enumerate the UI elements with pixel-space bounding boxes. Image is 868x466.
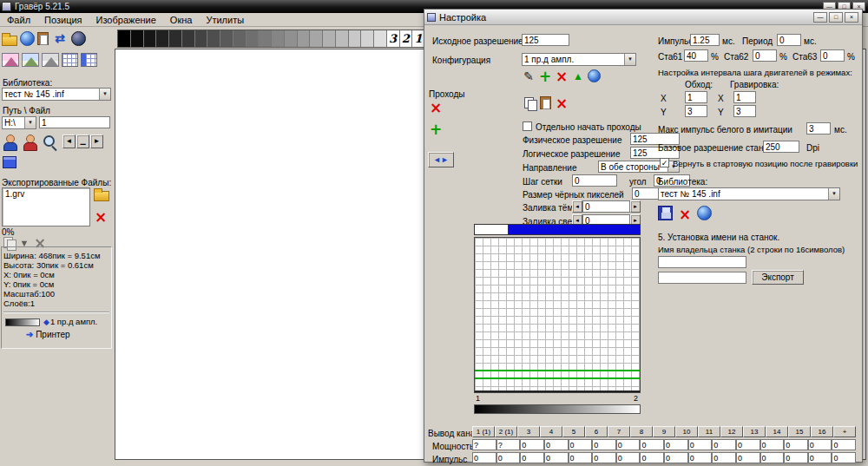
- power-field[interactable]: [712, 439, 736, 450]
- paste-icon[interactable]: [37, 32, 49, 45]
- channel-button[interactable]: 2 (1): [495, 426, 517, 437]
- image-pink-icon[interactable]: [2, 53, 19, 67]
- export-button[interactable]: Экспорт: [752, 270, 804, 285]
- channel-button[interactable]: 7: [608, 426, 630, 437]
- pulse-field[interactable]: [664, 452, 688, 463]
- add-pass-icon[interactable]: [429, 122, 443, 136]
- menu-item[interactable]: Позиция: [37, 14, 89, 26]
- pulse-field[interactable]: [640, 452, 664, 463]
- open-folder-icon[interactable]: [2, 36, 17, 46]
- channel-button[interactable]: +: [833, 426, 856, 437]
- owner-name-field-2[interactable]: [658, 272, 746, 284]
- sta62-field[interactable]: [753, 49, 777, 62]
- engraving-grid-preview[interactable]: [474, 237, 641, 393]
- dark-fill-decrement[interactable]: ◄: [572, 200, 582, 213]
- pulse-field[interactable]: [690, 34, 720, 46]
- window-blue-icon[interactable]: [3, 156, 16, 168]
- power-field[interactable]: [808, 439, 832, 450]
- globe-icon[interactable]: [588, 69, 601, 82]
- channel-button[interactable]: 1 (1): [472, 426, 495, 437]
- chevron-down-icon[interactable]: ▼: [828, 188, 839, 200]
- power-field[interactable]: [640, 439, 664, 450]
- pulse-field[interactable]: [520, 452, 544, 463]
- channel-button[interactable]: 4: [540, 426, 562, 437]
- person-red-icon[interactable]: [22, 134, 39, 151]
- dialog-titlebar[interactable]: Настройка — □ ×: [424, 10, 862, 25]
- image-blue-icon[interactable]: [22, 53, 39, 67]
- channel-button[interactable]: 10: [675, 426, 698, 437]
- globe-icon[interactable]: [20, 31, 35, 46]
- power-field[interactable]: [688, 439, 713, 450]
- channel-button[interactable]: 9: [653, 426, 675, 437]
- channel-button[interactable]: 14: [766, 426, 788, 437]
- power-field[interactable]: [760, 439, 785, 450]
- pulse-field[interactable]: [832, 452, 856, 463]
- copy-pass-icon[interactable]: [523, 96, 536, 110]
- power-field[interactable]: [520, 439, 544, 450]
- delete-pass-icon[interactable]: [429, 101, 443, 115]
- separate-passes-checkbox[interactable]: [523, 121, 532, 131]
- pulse-field[interactable]: [544, 452, 569, 463]
- library-dropdown[interactable]: тест № 145 .inf ▼: [2, 88, 111, 101]
- power-field[interactable]: [592, 439, 616, 450]
- power-field[interactable]: [472, 439, 496, 450]
- grid-step-field[interactable]: [572, 174, 617, 187]
- x-engraving-field[interactable]: [733, 91, 756, 103]
- channel-button[interactable]: 16: [811, 426, 833, 437]
- channel-button[interactable]: 15: [788, 426, 811, 437]
- power-field[interactable]: [736, 439, 760, 450]
- channel-button[interactable]: 13: [743, 426, 766, 437]
- stop-button[interactable]: ▁: [76, 135, 89, 148]
- chevron-down-icon[interactable]: ▼: [24, 117, 36, 128]
- globe-dark-icon[interactable]: [71, 31, 86, 46]
- rotate-icon[interactable]: [51, 30, 69, 47]
- power-field[interactable]: [496, 439, 521, 450]
- menu-item[interactable]: Окна: [163, 14, 200, 26]
- person-blue-icon[interactable]: [2, 134, 19, 151]
- grid-blue-icon[interactable]: [81, 53, 97, 67]
- file-name-field[interactable]: [39, 116, 110, 128]
- sta63-field[interactable]: [820, 49, 845, 62]
- source-resolution-field[interactable]: [522, 34, 569, 46]
- dark-fill-field[interactable]: [582, 200, 630, 213]
- configuration-dropdown[interactable]: 1 пр.д ампл. ▼: [522, 53, 636, 66]
- magnifier-icon[interactable]: [42, 134, 59, 151]
- dialog-minimize-button[interactable]: —: [813, 12, 827, 23]
- return-start-checkbox[interactable]: ✓: [660, 158, 669, 167]
- menu-item[interactable]: Изображение: [89, 14, 163, 26]
- power-field[interactable]: [616, 439, 641, 450]
- pulse-field[interactable]: [712, 452, 736, 463]
- pulse-field[interactable]: [569, 452, 593, 463]
- dialog-close-button[interactable]: ×: [845, 12, 858, 23]
- pulse-field[interactable]: [496, 452, 521, 463]
- owner-name-field-1[interactable]: [658, 256, 746, 268]
- dark-fill-increment[interactable]: ►: [630, 200, 641, 213]
- delete-file-icon[interactable]: [94, 210, 108, 224]
- base-resolution-field[interactable]: [763, 141, 799, 153]
- exported-files-list[interactable]: 1.grv: [2, 187, 90, 226]
- pulse-field[interactable]: [688, 452, 713, 463]
- delete-library-icon[interactable]: [676, 206, 694, 223]
- pulse-field[interactable]: [472, 452, 496, 463]
- chevron-down-icon[interactable]: ▼: [624, 54, 635, 65]
- pulse-field[interactable]: [592, 452, 616, 463]
- channel-button[interactable]: 6: [585, 426, 608, 437]
- image-gray-icon[interactable]: [42, 53, 59, 67]
- direction-arrows-button[interactable]: ◄►: [428, 152, 454, 167]
- add-config-icon[interactable]: [538, 69, 552, 83]
- channel-button[interactable]: 3: [517, 426, 540, 437]
- y-engraving-field[interactable]: [733, 105, 756, 117]
- channel-button[interactable]: 8: [630, 426, 653, 437]
- prev-arrow-button[interactable]: ◄: [62, 135, 76, 148]
- pulse-field[interactable]: [616, 452, 641, 463]
- dialog-maximize-button[interactable]: □: [829, 12, 843, 23]
- menu-item[interactable]: Утилиты: [199, 14, 251, 26]
- pulse-field[interactable]: [784, 452, 808, 463]
- max-white-pulse-field[interactable]: [806, 122, 831, 135]
- up-arrow-icon[interactable]: [571, 69, 585, 83]
- power-field[interactable]: [784, 439, 808, 450]
- drive-dropdown[interactable]: H:\ ▼: [2, 116, 36, 129]
- remove-pass-icon[interactable]: [555, 96, 569, 110]
- save-library-icon[interactable]: [658, 206, 673, 220]
- power-field[interactable]: [544, 439, 569, 450]
